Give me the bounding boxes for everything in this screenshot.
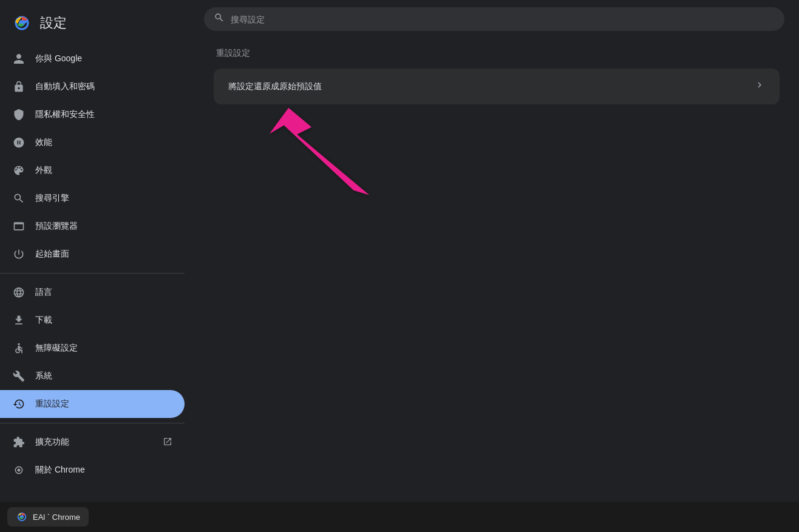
svg-marker-5 xyxy=(323,138,420,208)
sidebar-item-language[interactable]: 語言 xyxy=(0,278,185,306)
sidebar-title: 設定 xyxy=(40,14,67,32)
taskbar: EAl ` Chrome xyxy=(0,502,799,532)
section-title: 重設設定 xyxy=(214,48,780,59)
sidebar-item-performance-label: 效能 xyxy=(35,137,52,148)
search-bar-icon xyxy=(214,12,225,26)
sidebar-item-privacy-label: 隱私權和安全性 xyxy=(35,109,95,120)
external-link-icon xyxy=(163,437,172,448)
globe-icon xyxy=(12,286,25,299)
search-icon xyxy=(12,192,25,205)
person-icon xyxy=(12,52,25,66)
sidebar-nav: 你與 Google 自動填入和密碼 隱私權和安全性 效能 xyxy=(0,45,194,532)
svg-point-2 xyxy=(18,343,19,345)
chrome-about-icon xyxy=(12,463,25,477)
sidebar: 設定 你與 Google 自動填入和密碼 隱私權和安全性 xyxy=(0,0,194,532)
reset-card-label: 將設定還原成原始預設值 xyxy=(228,81,322,92)
sidebar-item-downloads-label: 下載 xyxy=(35,315,52,326)
sidebar-item-startup[interactable]: 起始畫面 xyxy=(0,240,185,268)
accessibility-icon xyxy=(12,342,25,355)
power-icon xyxy=(12,247,25,261)
sidebar-item-search[interactable]: 搜尋引擎 xyxy=(0,184,185,212)
browser-icon xyxy=(12,220,25,233)
search-input[interactable] xyxy=(231,15,775,24)
nav-divider-1 xyxy=(0,273,185,274)
reset-settings-card[interactable]: 將設定還原成原始預設值 xyxy=(214,69,780,104)
taskbar-chrome-item[interactable]: EAl ` Chrome xyxy=(7,507,89,527)
wrench-icon xyxy=(12,369,25,383)
taskbar-chrome-icon xyxy=(16,511,28,523)
sidebar-item-search-label: 搜尋引擎 xyxy=(35,193,69,204)
sidebar-item-about-label: 關於 Chrome xyxy=(35,465,85,476)
sidebar-item-browser[interactable]: 預設瀏覽器 xyxy=(0,212,185,240)
shield-icon xyxy=(12,108,25,121)
search-bar xyxy=(204,7,784,31)
sidebar-item-language-label: 語言 xyxy=(35,287,52,298)
chevron-right-icon xyxy=(754,79,765,93)
sidebar-item-google-label: 你與 Google xyxy=(35,53,82,64)
sidebar-item-google[interactable]: 你與 Google xyxy=(0,45,185,73)
sidebar-item-accessibility-label: 無障礙設定 xyxy=(35,343,78,354)
sidebar-item-performance[interactable]: 效能 xyxy=(0,129,185,157)
gauge-icon xyxy=(12,136,25,149)
sidebar-item-extensions-label: 擴充功能 xyxy=(35,437,153,448)
reset-icon xyxy=(12,397,25,411)
sidebar-item-autofill-label: 自動填入和密碼 xyxy=(35,81,95,92)
svg-point-4 xyxy=(18,469,21,472)
sidebar-header: 設定 xyxy=(0,6,194,45)
sidebar-item-accessibility[interactable]: 無障礙設定 xyxy=(0,334,185,362)
sidebar-item-system-label: 系統 xyxy=(35,371,52,382)
download-icon xyxy=(12,314,25,327)
sidebar-item-appearance[interactable]: 外觀 xyxy=(0,157,185,184)
sidebar-item-privacy[interactable]: 隱私權和安全性 xyxy=(0,101,185,129)
sidebar-item-startup-label: 起始畫面 xyxy=(35,249,69,260)
sidebar-item-reset[interactable]: 重設設定 xyxy=(0,390,185,418)
sidebar-item-about[interactable]: 關於 Chrome xyxy=(0,456,185,484)
chrome-logo-icon xyxy=(12,13,32,33)
sidebar-item-autofill[interactable]: 自動填入和密碼 xyxy=(0,73,185,101)
sidebar-item-browser-label: 預設瀏覽器 xyxy=(35,221,78,232)
sidebar-item-downloads[interactable]: 下載 xyxy=(0,306,185,334)
nav-divider-2 xyxy=(0,423,185,423)
main-content: 重設設定 將設定還原成原始預設值 xyxy=(194,0,799,532)
autofill-icon xyxy=(12,80,25,93)
sidebar-item-reset-label: 重設設定 xyxy=(35,399,69,409)
sidebar-item-appearance-label: 外觀 xyxy=(35,165,52,176)
sidebar-item-system[interactable]: 系統 xyxy=(0,362,185,390)
puzzle-icon xyxy=(12,436,25,449)
content-area: 重設設定 將設定還原成原始預設值 xyxy=(194,38,799,532)
sidebar-item-extensions[interactable]: 擴充功能 xyxy=(0,428,185,456)
palette-icon xyxy=(12,164,25,177)
taskbar-chrome-label: EAl ` Chrome xyxy=(33,513,80,522)
